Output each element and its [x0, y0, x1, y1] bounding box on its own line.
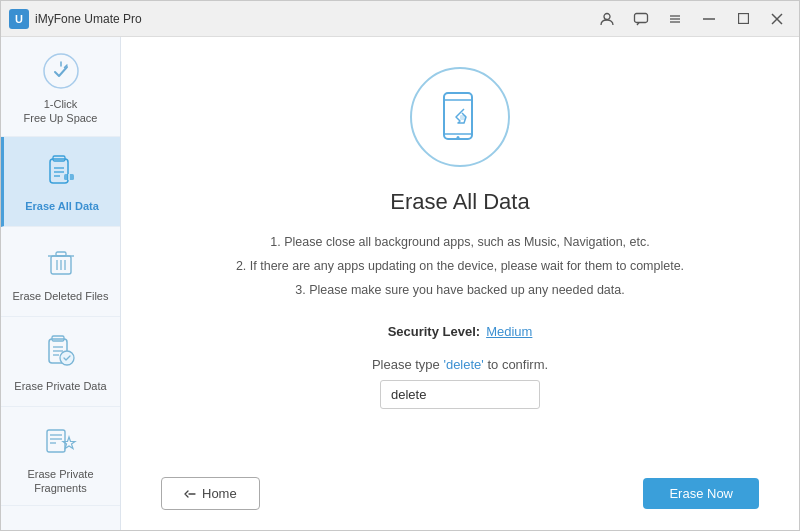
- erase-all-data-icon: [42, 153, 82, 193]
- sidebar-label-erase-deleted-files: Erase Deleted Files: [13, 289, 109, 303]
- sidebar-item-erase-private-data[interactable]: Erase Private Data: [1, 317, 120, 407]
- confirm-input[interactable]: [380, 380, 540, 409]
- title-bar: U iMyFone Umate Pro: [1, 1, 799, 37]
- sidebar-item-erase-deleted-files[interactable]: Erase Deleted Files: [1, 227, 120, 317]
- svg-rect-6: [738, 14, 748, 24]
- svg-point-36: [457, 136, 460, 139]
- chat-icon[interactable]: [627, 5, 655, 33]
- svg-rect-37: [460, 115, 466, 120]
- confirm-row: Please type 'delete' to confirm.: [372, 357, 548, 409]
- sidebar-label-erase-all-data: Erase All Data: [25, 199, 99, 213]
- svg-point-9: [44, 54, 78, 88]
- instruction-3: 3. Please make sure you have backed up a…: [236, 279, 684, 303]
- close-button[interactable]: [763, 5, 791, 33]
- page-title: Erase All Data: [390, 189, 529, 215]
- svg-point-28: [60, 351, 74, 365]
- erase-private-data-icon: [41, 333, 81, 373]
- free-up-space-icon: [41, 51, 81, 91]
- device-icon-circle: [410, 67, 510, 167]
- user-icon[interactable]: [593, 5, 621, 33]
- sidebar-item-erase-all-data[interactable]: Erase All Data: [1, 137, 120, 227]
- erase-private-fragments-icon: [41, 421, 81, 461]
- sidebar-label-erase-private-fragments: Erase PrivateFragments: [27, 467, 93, 496]
- instructions: 1. Please close all background apps, suc…: [236, 231, 684, 302]
- svg-rect-19: [56, 252, 66, 256]
- app-body: 1-ClickFree Up Space Erase All Data: [1, 37, 799, 530]
- sidebar-item-erase-private-fragments[interactable]: Erase PrivateFragments: [1, 407, 120, 507]
- bottom-bar: Home Erase Now: [161, 477, 759, 510]
- sidebar-item-free-up-space[interactable]: 1-ClickFree Up Space: [1, 37, 120, 137]
- svg-point-0: [604, 13, 610, 19]
- home-button[interactable]: Home: [161, 477, 260, 510]
- sidebar-label-erase-private-data: Erase Private Data: [14, 379, 106, 393]
- instruction-2: 2. If there are any apps updating on the…: [236, 255, 684, 279]
- device-icon: [430, 87, 490, 147]
- security-level-row: Security Level: Medium: [388, 324, 533, 339]
- home-arrow-icon: [184, 489, 196, 499]
- app-logo: U: [9, 9, 29, 29]
- window-controls: [593, 5, 791, 33]
- confirm-prompt: Please type 'delete' to confirm.: [372, 357, 548, 372]
- minimize-button[interactable]: [695, 5, 723, 33]
- menu-icon[interactable]: [661, 5, 689, 33]
- instruction-1: 1. Please close all background apps, suc…: [236, 231, 684, 255]
- erase-deleted-files-icon: [41, 243, 81, 283]
- app-title: iMyFone Umate Pro: [35, 12, 593, 26]
- maximize-button[interactable]: [729, 5, 757, 33]
- sidebar-label-free-up-space: 1-ClickFree Up Space: [24, 97, 98, 126]
- security-level-value[interactable]: Medium: [486, 324, 532, 339]
- sidebar: 1-ClickFree Up Space Erase All Data: [1, 37, 121, 530]
- security-level-label: Security Level:: [388, 324, 481, 339]
- erase-now-button[interactable]: Erase Now: [643, 478, 759, 509]
- confirm-word: 'delete': [443, 357, 483, 372]
- main-panel: Erase All Data 1. Please close all backg…: [121, 37, 799, 530]
- svg-rect-1: [635, 13, 648, 22]
